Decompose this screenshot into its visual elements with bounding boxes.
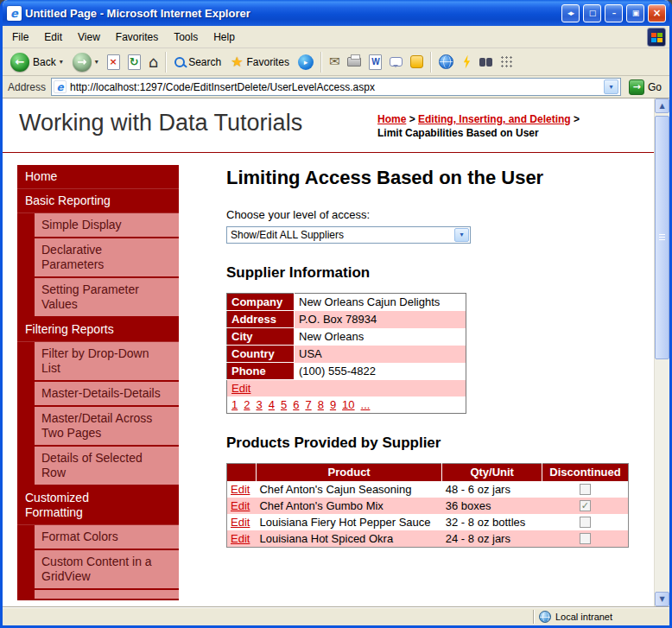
access-level-select[interactable]: Show/Edit ALL Suppliers ▾ (226, 226, 471, 244)
sidebar-item-filter-by-drop-down-list[interactable]: Filter by Drop-Down List (17, 342, 179, 382)
close-button[interactable]: × (648, 4, 666, 22)
pager-link-5[interactable]: 5 (281, 398, 287, 411)
product-qty: 24 - 8 oz jars (442, 530, 542, 548)
pager-link-8[interactable]: 8 (318, 398, 324, 411)
restore-button[interactable]: ▣ (626, 4, 644, 22)
pan-button[interactable]: ◂▸ (561, 4, 580, 22)
scroll-down-button[interactable]: ▼ (655, 592, 669, 606)
menu-item-view[interactable]: View (70, 27, 108, 48)
back-dropdown-icon[interactable]: ▾ (60, 58, 63, 66)
product-edit-cell: Edit (227, 481, 257, 498)
status-zone-label: Local intranet (555, 612, 612, 622)
discontinued-checkbox[interactable] (580, 533, 591, 544)
sidebar-section-filtering-reports[interactable]: Filtering Reports (17, 318, 179, 342)
pager-link-2[interactable]: 2 (244, 398, 250, 411)
main-content: Limiting Access Based on the User Choose… (226, 165, 629, 548)
sidebar-item-declarative-parameters[interactable]: Declarative Parameters (17, 238, 179, 278)
addon-globe-button[interactable] (435, 52, 457, 72)
product-edit-link[interactable]: Edit (231, 532, 250, 545)
product-edit-link[interactable]: Edit (231, 483, 250, 496)
products-header-product: Product (256, 464, 441, 481)
pager-link-4[interactable]: 4 (269, 398, 275, 411)
product-edit-cell: Edit (227, 530, 257, 548)
sidebar-item-format-colors[interactable]: Format Colors (17, 525, 179, 550)
go-button[interactable]: → Go (626, 79, 664, 96)
toolbar-separator (430, 52, 432, 73)
access-level-value: Show/Edit ALL Suppliers (231, 229, 344, 241)
sidebar-item-simple-display[interactable]: Simple Display (17, 213, 179, 238)
sidebar-item-master-detail-across-two-pages[interactable]: Master/Detail Across Two Pages (17, 407, 179, 447)
maximize-button[interactable]: □ (583, 4, 601, 22)
product-row: EditLouisiana Hot Spiced Okra24 - 8 oz j… (227, 530, 629, 548)
stop-button[interactable]: × (104, 52, 124, 73)
scrollbar-thumb[interactable] (655, 116, 669, 359)
pager-link-10[interactable]: 10 (342, 398, 354, 411)
favorites-label: Favorites (247, 56, 289, 68)
forward-dropdown-icon[interactable]: ▾ (95, 58, 98, 66)
favorites-button[interactable]: ★ Favorites (226, 54, 294, 71)
sidebar-item-custom-content-in-a-gridview[interactable]: Custom Content in a GridView (17, 550, 179, 590)
sidebar-item-details-of-selected-row[interactable]: Details of Selected Row (17, 447, 179, 486)
browser-viewport: Working with Data Tutorials Home > Editi… (3, 98, 669, 606)
messenger-button[interactable] (407, 53, 427, 71)
product-edit-link[interactable]: Edit (231, 499, 250, 512)
minimize-button[interactable]: – (605, 4, 623, 22)
sidebar-section-customized-formatting[interactable]: Customized Formatting (17, 486, 179, 525)
go-icon: → (629, 79, 644, 95)
addon-binoculars-button[interactable] (476, 55, 496, 69)
breadcrumb-link-home[interactable]: Home (377, 113, 406, 125)
supplier-pager: 12345678910... (227, 396, 466, 414)
product-edit-link[interactable]: Edit (231, 516, 250, 529)
address-dropdown-icon[interactable]: ▾ (604, 79, 618, 94)
edit-button[interactable]: W (365, 52, 385, 73)
media-button[interactable]: ▸ (295, 52, 317, 73)
menu-item-favorites[interactable]: Favorites (108, 27, 166, 48)
media-icon: ▸ (298, 54, 314, 70)
refresh-button[interactable]: ↻ (124, 52, 144, 73)
product-qty: 32 - 8 oz bottles (442, 514, 542, 530)
combo-dropdown-icon[interactable]: ▾ (454, 228, 469, 242)
discontinued-checkbox[interactable] (580, 517, 591, 528)
address-input[interactable]: e http://localhost:1297/Code/EditInsertD… (51, 78, 621, 96)
pager-link-9[interactable]: 9 (330, 398, 336, 411)
pager-link-1[interactable]: 1 (231, 398, 238, 411)
sidebar-item-setting-parameter-values[interactable]: Setting Parameter Values (17, 278, 179, 318)
forward-button[interactable]: → ▾ (68, 51, 103, 73)
mail-button[interactable]: ✉ (326, 53, 344, 71)
addon-lightning-button[interactable] (458, 53, 475, 72)
vertical-scrollbar[interactable]: ▲ ▼ (654, 98, 669, 606)
pager-link-6[interactable]: 6 (293, 398, 299, 411)
search-button[interactable]: Search (170, 54, 225, 70)
scroll-up-button[interactable]: ▲ (655, 98, 669, 113)
sidebar-section-home[interactable]: Home (17, 165, 179, 189)
menu-item-file[interactable]: File (4, 27, 36, 48)
discuss-button[interactable] (386, 54, 406, 69)
menu-item-edit[interactable]: Edit (36, 27, 70, 48)
mail-icon: ✉ (329, 55, 340, 68)
home-button[interactable]: ⌂ (145, 52, 162, 73)
addon-grid-button[interactable] (497, 53, 517, 71)
discontinued-checkbox[interactable] (580, 484, 591, 495)
ie-window: e Untitled Page - Microsoft Internet Exp… (0, 0, 672, 628)
messenger-icon (410, 55, 423, 68)
breadcrumb-link-editing-inserting-and-deleting[interactable]: Editing, Inserting, and Deleting (418, 113, 571, 125)
pager-link-item[interactable]: ... (361, 398, 371, 411)
pager-link-3[interactable]: 3 (256, 398, 262, 411)
sidebar-item-label: Declarative Parameters (35, 238, 179, 278)
favorites-icon: ★ (231, 55, 243, 69)
back-button[interactable]: ← Back ▾ (6, 51, 67, 73)
supplier-edit-link[interactable]: Edit (231, 382, 250, 395)
product-name: Chef Anton's Gumbo Mix (256, 498, 441, 514)
title-bar[interactable]: e Untitled Page - Microsoft Internet Exp… (3, 0, 669, 26)
print-button[interactable] (344, 54, 365, 69)
sidebar-section-basic-reporting[interactable]: Basic Reporting (17, 189, 179, 213)
supplier-heading: Supplier Information (226, 264, 629, 282)
sidebar-item-label: Custom Content in a GridView (35, 550, 179, 590)
product-name: Louisiana Hot Spiced Okra (256, 530, 441, 548)
discontinued-checkbox[interactable]: ✓ (580, 500, 591, 511)
menu-item-tools[interactable]: Tools (166, 27, 206, 48)
pager-link-7[interactable]: 7 (305, 398, 311, 411)
sidebar-item-master-details-details[interactable]: Master-Details-Details (17, 382, 179, 407)
menu-item-help[interactable]: Help (206, 27, 243, 48)
product-row: EditLouisiana Fiery Hot Pepper Sauce32 -… (227, 514, 629, 530)
